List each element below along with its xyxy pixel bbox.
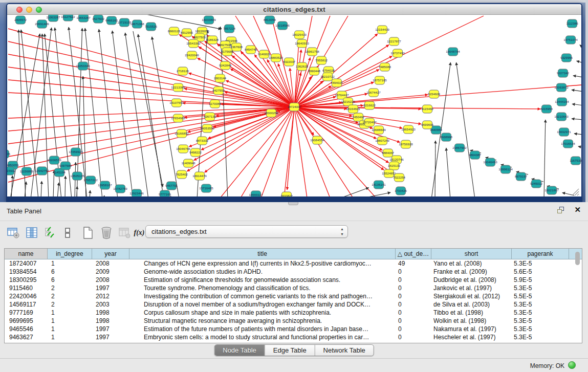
graph-node[interactable]: 2803144 — [214, 74, 227, 82]
graph-node[interactable]: 16210643 — [554, 113, 569, 121]
graph-node[interactable]: 12217877 — [387, 37, 401, 46]
graph-node[interactable]: 8215953 — [540, 105, 553, 113]
graph-node[interactable]: 7955812 — [315, 56, 328, 64]
scrollbar-thumb[interactable] — [575, 252, 580, 265]
table-row[interactable]: 946554611997Estimation of the future num… — [5, 325, 572, 333]
graph-node[interactable]: 8679197 — [515, 172, 528, 181]
graph-node[interactable]: 8660123 — [168, 27, 181, 35]
graph-node[interactable]: 7494027 — [331, 79, 343, 87]
graph-node[interactable]: 9498222 — [189, 148, 202, 157]
resize-grip[interactable] — [572, 189, 579, 195]
graph-node[interactable]: 9777169 — [159, 190, 171, 196]
graph-node[interactable]: 8186328 — [206, 36, 219, 44]
graph-node[interactable]: 21867902 — [452, 144, 467, 152]
graph-node[interactable]: 16782759 — [113, 185, 127, 193]
table-row[interactable]: 1872400712008Changes of HCN gene express… — [5, 259, 572, 268]
graph-node[interactable]: 10674427 — [366, 89, 381, 97]
graph-node[interactable]: 17957222 — [83, 176, 98, 184]
table-row[interactable]: 2242004622012Investigating the contribut… — [5, 292, 572, 300]
graph-node[interactable]: 14353593 — [200, 124, 214, 133]
column-header-year[interactable]: year — [92, 249, 129, 259]
graph-node[interactable]: 12213389 — [171, 83, 185, 92]
table-row[interactable]: 946362711997Embryonic stem cells: a mode… — [5, 333, 572, 341]
graph-node[interactable]: 11156869 — [20, 167, 34, 176]
graph-node[interactable]: 1112386 — [566, 19, 578, 28]
delete-icon[interactable] — [99, 226, 114, 240]
graph-node[interactable]: 7625402 — [176, 170, 188, 179]
graph-node[interactable]: 13958167 — [98, 181, 112, 189]
graph-node[interactable]: 19756928 — [399, 140, 413, 148]
graph-node[interactable]: 9329966 — [560, 54, 573, 62]
tab-node-table[interactable]: Node Table — [214, 345, 265, 356]
graph-node[interactable]: 7857224 — [223, 25, 236, 33]
graph-node[interactable]: 9242848 — [219, 61, 232, 70]
graph-node[interactable]: 2520605 — [7, 150, 11, 158]
graph-node[interactable]: 12154439 — [375, 26, 389, 34]
graph-node[interactable]: 22420046 — [185, 51, 199, 59]
table-scrollbar[interactable] — [575, 251, 580, 342]
table-row[interactable]: 1938455462009Genome-wide association stu… — [5, 268, 572, 276]
graph-node[interactable]: 9457791 — [165, 182, 178, 190]
graph-node[interactable]: 10719155 — [117, 18, 132, 27]
graph-node[interactable]: 11409948 — [181, 159, 195, 167]
graph-node[interactable]: 19654923 — [401, 125, 416, 134]
new-file-icon[interactable] — [81, 226, 95, 240]
graph-node[interactable]: 8267130 — [204, 113, 216, 121]
close-panel-icon[interactable]: ✕ — [574, 206, 581, 214]
column-header-in_degree[interactable]: in_degree — [48, 249, 92, 259]
column-header-△ out_de…[interactable]: △ out_de… — [396, 249, 431, 259]
graph-node[interactable]: 8216622 — [363, 101, 376, 110]
graph-node[interactable]: 1527602 — [92, 15, 105, 23]
graph-node[interactable]: 1362615 — [296, 62, 309, 71]
graph-node[interactable]: 8912955 — [181, 29, 193, 37]
graph-node[interactable]: 1733426 — [395, 187, 407, 195]
graph-node[interactable]: 16033809 — [202, 16, 216, 24]
row-height-icon[interactable] — [60, 226, 75, 240]
graph-node[interactable]: 8873332 — [196, 137, 209, 145]
graph-node[interactable]: 14671368 — [130, 20, 144, 28]
graph-node[interactable]: 6466160 — [105, 16, 118, 25]
graph-node[interactable]: 9804387 — [469, 151, 482, 159]
citation-network-graph[interactable]: 2405572206914061106328716127622106532871… — [7, 15, 581, 196]
graph-node[interactable]: 1170084 — [209, 100, 221, 108]
import-table-icon[interactable] — [118, 226, 132, 240]
graph-node[interactable]: 9227342 — [557, 69, 570, 77]
table-row[interactable]: 911546021997Tourette syndrome. Phenomeno… — [5, 284, 572, 292]
graph-node[interactable]: 11063287 — [46, 15, 60, 21]
graph-node[interactable]: 18757165 — [373, 76, 387, 84]
tab-edge-table[interactable]: Edge Table — [265, 345, 315, 356]
graph-node[interactable]: 7522254 — [393, 173, 406, 182]
tab-network-table[interactable]: Network Table — [315, 345, 374, 356]
graph-node[interactable]: 9097588 — [59, 162, 72, 170]
graph-node[interactable]: 15046766 — [176, 145, 190, 153]
graph-node[interactable]: 19218586 — [275, 21, 290, 30]
graph-node[interactable]: 14136141 — [372, 181, 386, 189]
column-header-pagerank[interactable]: pagerank — [512, 249, 569, 259]
table-row[interactable]: 1456911722003Disruption of a novel membe… — [5, 300, 572, 309]
column-header-short[interactable]: short — [431, 249, 512, 259]
graph-node[interactable]: 12093872 — [554, 83, 569, 92]
graph-node[interactable]: 16127622 — [61, 15, 75, 21]
graph-node[interactable]: 18325419 — [292, 31, 307, 39]
graph-node[interactable]: 18164601 — [346, 105, 360, 113]
graph-node[interactable]: 15751074 — [563, 36, 578, 44]
graph-node[interactable]: 13505135 — [70, 172, 84, 180]
graph-node[interactable]: 16046493 — [483, 158, 497, 166]
graph-node[interactable]: 19384554 — [310, 136, 324, 144]
graph-node[interactable]: 20691406 — [35, 20, 49, 28]
graph-node[interactable]: 8322037 — [283, 58, 296, 66]
graph-node[interactable]: 2405572 — [14, 16, 27, 24]
graph-node[interactable]: 9154609 — [428, 90, 441, 98]
table-row[interactable]: 1830029562008Estimation of significance … — [5, 276, 572, 284]
graph-node[interactable]: 7485083 — [379, 63, 391, 71]
column-header-title[interactable]: title — [129, 249, 396, 259]
graph-node[interactable]: 1167533 — [570, 157, 581, 165]
function-builder-icon[interactable]: f(x) — [132, 226, 146, 240]
graph-node[interactable]: 16107553 — [169, 99, 184, 107]
select-rows-icon[interactable] — [43, 226, 57, 240]
graph-node[interactable]: 12444154 — [555, 98, 569, 106]
network-canvas[interactable]: 2405572206914061106328716127622106532871… — [7, 15, 581, 196]
graph-node[interactable]: 9699695 — [421, 121, 434, 129]
graph-node[interactable]: 8990448 — [308, 67, 321, 75]
graph-node[interactable]: 7515526 — [145, 23, 158, 31]
